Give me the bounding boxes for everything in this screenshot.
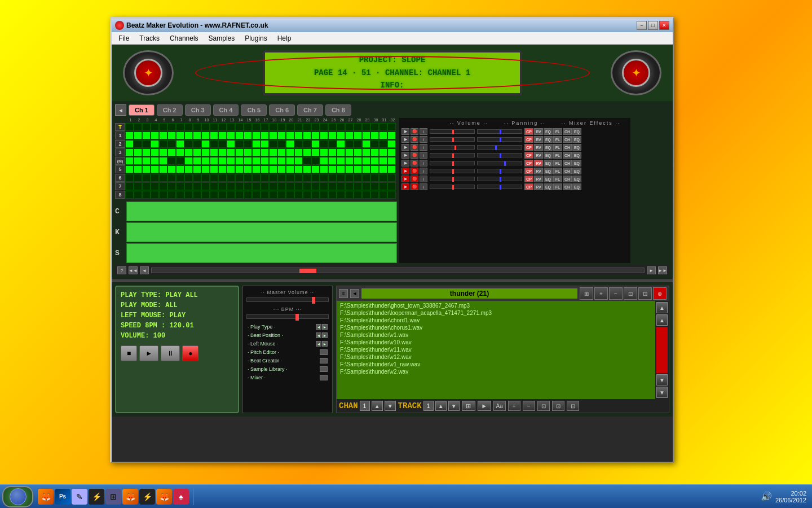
taskbar-icon-firefox[interactable]: 🦊 <box>38 489 54 505</box>
mixer-rec-8[interactable]: 🔴 <box>411 183 418 190</box>
fx-eq-3[interactable]: EQ <box>544 144 553 151</box>
fx-fl-2[interactable]: FL <box>553 136 562 143</box>
mixer-rec-1[interactable]: 🔴 <box>411 128 418 135</box>
mixer-play-4[interactable]: ▶ <box>401 152 409 159</box>
mixer-rec-3[interactable]: 🔴 <box>411 144 418 151</box>
volume-bar-4[interactable] <box>430 153 475 157</box>
fx-ch-2[interactable]: CH <box>563 136 572 143</box>
sample-btn-load[interactable]: ⊞ <box>580 287 593 300</box>
pan-bar-7[interactable] <box>477 177 522 181</box>
mixer-menu-btn[interactable] <box>320 375 328 380</box>
fx-eq2-2[interactable]: EQ <box>572 136 581 143</box>
sample-list-icon[interactable]: ≡ <box>339 289 348 298</box>
track-save-btn[interactable]: ⊡ <box>567 401 579 411</box>
fx-eq2-4[interactable]: EQ <box>572 152 581 159</box>
sample-back-icon[interactable]: ◄ <box>350 289 359 298</box>
fx-eq-7[interactable]: EQ <box>544 176 553 182</box>
pan-bar-1[interactable] <box>477 129 522 134</box>
sample-btn-add[interactable]: + <box>594 287 608 300</box>
master-volume-slider[interactable] <box>246 297 329 302</box>
scrollbar-track[interactable] <box>151 268 645 273</box>
scroll-forward-btn[interactable]: ► <box>647 266 656 274</box>
mixer-play-5[interactable]: ▶ <box>401 160 409 167</box>
volume-bar-1[interactable] <box>430 129 475 134</box>
fx-eq2-5[interactable]: EQ <box>572 160 581 167</box>
volume-bar-2[interactable] <box>430 137 475 142</box>
mixer-info-6[interactable]: i <box>420 168 427 174</box>
mixer-info-5[interactable]: i <box>420 160 427 167</box>
fx-rv-3[interactable]: RV <box>534 144 543 151</box>
scroll-help-btn[interactable]: ? <box>117 266 126 274</box>
fx-fl-3[interactable]: FL <box>553 144 562 151</box>
sample-item-3[interactable]: F:\Samples\thunder\chorus1.wav <box>338 324 654 331</box>
menu-help[interactable]: Help <box>273 33 296 43</box>
start-button[interactable] <box>2 486 33 507</box>
fx-rv-2[interactable]: RV <box>534 136 543 143</box>
maximize-button[interactable]: □ <box>648 21 658 30</box>
fx-ch-4[interactable]: CH <box>563 152 572 159</box>
left-mouse-left-arrow[interactable]: ◄ <box>316 341 321 347</box>
fx-ch-1[interactable]: CH <box>563 128 572 135</box>
fx-rv-8[interactable]: RV <box>534 183 543 190</box>
mixer-info-1[interactable]: i <box>420 128 427 135</box>
track-aa-btn[interactable]: Aa <box>493 401 506 411</box>
fx-fl-1[interactable]: FL <box>553 128 562 135</box>
fx-rv-1[interactable]: RV <box>534 128 543 135</box>
volume-icon[interactable]: 🔊 <box>761 491 772 502</box>
sample-item-6[interactable]: F:\Samples\thunder\v11.wav <box>338 346 654 353</box>
fx-eq2-1[interactable]: EQ <box>572 128 581 135</box>
sample-item-9[interactable]: F:\Samples\thunder\v2.wav <box>338 368 654 375</box>
sample-item-0[interactable]: F:\Samples\thunder\ghost_town_338867_246… <box>338 302 654 309</box>
c-area[interactable] <box>126 202 397 221</box>
fx-cp-5[interactable]: CP <box>524 160 533 167</box>
fx-eq-5[interactable]: EQ <box>544 160 553 167</box>
fx-cp-2[interactable]: CP <box>524 136 533 143</box>
sample-item-4[interactable]: F:\Samples\thunder\v1.wav <box>338 331 654 339</box>
fx-fl-8[interactable]: FL <box>553 183 562 190</box>
sample-btn-remove[interactable]: − <box>609 287 623 300</box>
mixer-info-3[interactable]: i <box>420 144 427 151</box>
track-load-btn[interactable]: ⊞ <box>462 401 475 411</box>
track-copy-btn[interactable]: ⊡ <box>537 401 550 411</box>
fx-rv-5[interactable]: RV <box>534 160 543 167</box>
play-type-right-arrow[interactable]: ► <box>322 324 328 330</box>
fx-eq-8[interactable]: EQ <box>544 183 553 190</box>
play-button[interactable]: ► <box>139 345 158 361</box>
volume-bar-8[interactable] <box>430 185 475 189</box>
fx-eq2-7[interactable]: EQ <box>572 176 581 182</box>
minimize-button[interactable]: − <box>637 21 647 30</box>
pan-bar-4[interactable] <box>477 153 522 157</box>
fx-eq2-6[interactable]: EQ <box>572 168 581 174</box>
pan-bar-3[interactable] <box>477 145 522 150</box>
channel-tab-1[interactable]: Ch 1 <box>129 104 155 116</box>
chan-down-btn[interactable]: ▼ <box>385 401 396 411</box>
fx-eq2-8[interactable]: EQ <box>572 183 581 190</box>
channel-tab-5[interactable]: Ch 5 <box>241 104 267 116</box>
sample-item-5[interactable]: F:\Samples\thunder\v10.wav <box>338 339 654 346</box>
fx-rv-6[interactable]: RV <box>534 168 543 174</box>
menu-file[interactable]: File <box>114 33 134 43</box>
mixer-info-2[interactable]: i <box>420 136 427 143</box>
sample-item-7[interactable]: F:\Samples\thunder\v12.wav <box>338 353 654 361</box>
t-cell-1[interactable] <box>125 123 134 131</box>
fx-cp-3[interactable]: CP <box>524 144 533 151</box>
channel-tab-6[interactable]: Ch 6 <box>269 104 295 116</box>
sample-btn-copy[interactable]: ⊡ <box>624 287 637 300</box>
stop-button[interactable]: ■ <box>121 345 137 361</box>
fx-ch-6[interactable]: CH <box>563 168 572 174</box>
pitch-editor-btn[interactable] <box>320 349 328 355</box>
taskbar-icon-edit[interactable]: ✎ <box>72 489 87 505</box>
volume-bar-7[interactable] <box>430 177 475 181</box>
mixer-rec-5[interactable]: 🔴 <box>411 160 418 167</box>
k-area[interactable] <box>126 222 397 242</box>
fx-eq2-3[interactable]: EQ <box>572 144 581 151</box>
channel-tab-7[interactable]: Ch 7 <box>297 104 323 116</box>
pan-bar-2[interactable] <box>477 137 522 142</box>
chan-up-btn[interactable]: ▲ <box>372 401 383 411</box>
track-paste-btn[interactable]: ⊡ <box>552 401 564 411</box>
fx-fl-7[interactable]: FL <box>553 176 562 182</box>
taskbar-icon-ps[interactable]: Ps <box>55 489 70 505</box>
channel-nav-left[interactable]: ◄ <box>115 104 126 116</box>
mixer-play-3[interactable]: ▶ <box>401 144 409 151</box>
channel-tab-8[interactable]: Ch 8 <box>325 104 351 116</box>
